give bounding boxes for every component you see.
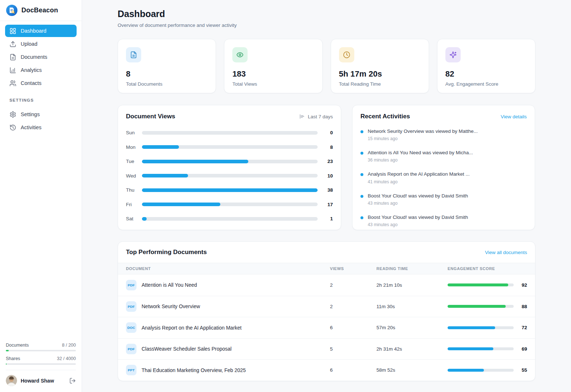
view-details-link[interactable]: View details xyxy=(501,114,527,119)
sidebar-footer: Documents 8 / 200 Shares 32 / 4000 xyxy=(0,338,82,392)
chart-day-label: Thu xyxy=(126,187,142,193)
engagement-cell: 92 xyxy=(448,282,527,288)
chart-row: Wed 10 xyxy=(126,169,333,183)
file-type-badge: PDF xyxy=(126,301,136,312)
file-type-badge: PDF xyxy=(126,280,136,290)
chart-value-label: 38 xyxy=(318,187,333,193)
score-value: 72 xyxy=(518,325,527,330)
app-root: DocBeacon Dashboard Upload Documents Ana… xyxy=(0,0,571,392)
table-row[interactable]: PDF Network Seurity Overview 2 11m 30s 8… xyxy=(118,296,535,317)
page-subtitle: Overview of document performance and vie… xyxy=(118,23,535,28)
table-row[interactable]: DOC Analysis Report on the AI Applicatio… xyxy=(118,317,535,338)
activity-time: 15 minutes ago xyxy=(368,136,478,141)
chart-bar-track xyxy=(142,145,318,149)
chart-bar-fill xyxy=(142,217,147,221)
views-cell: 2 xyxy=(330,282,376,288)
score-bar-fill xyxy=(448,347,493,350)
activity-item: Network Seurity Overview was viewed by M… xyxy=(360,128,527,141)
score-bar-track xyxy=(448,347,514,350)
activity-time: 43 minutes ago xyxy=(368,222,468,227)
score-value: 92 xyxy=(518,282,527,288)
activity-item: Analysis Report on the AI Application Ma… xyxy=(360,171,527,184)
nav-item[interactable]: Activities xyxy=(5,121,77,134)
top-documents-panel: Top Performing Documents View all docume… xyxy=(118,241,535,381)
usage-track xyxy=(6,350,76,351)
activity-text: Attention is All You Need was viewed by … xyxy=(368,150,473,156)
nav-item-label: Analytics xyxy=(21,67,42,73)
activity-dot-icon xyxy=(360,216,363,219)
chart-day-label: Sun xyxy=(126,130,142,135)
nav-item-label: Documents xyxy=(21,54,47,60)
stat-label: Total Reading Time xyxy=(339,81,421,87)
usage-label: Shares xyxy=(6,356,20,361)
score-value: 55 xyxy=(518,367,527,373)
contacts-icon xyxy=(9,80,16,87)
document-views-panel: Document Views Last 7 days Sun 0 Mon 8 T… xyxy=(118,105,341,230)
logout-icon[interactable] xyxy=(69,377,76,384)
chart-bar-fill xyxy=(142,188,318,192)
activity-time: 36 minutes ago xyxy=(368,158,473,163)
chart-value-label: 0 xyxy=(318,130,333,135)
chart-row: Sat 1 xyxy=(126,212,333,226)
settings-section-label: SETTINGS xyxy=(9,98,72,102)
activity-text: Boost Your Cloud! was viewed by David Sm… xyxy=(368,215,468,220)
table-row[interactable]: PDF ClassWeaver Scheduler Sales Proposal… xyxy=(118,338,535,360)
table-row[interactable]: PPT Thai Education Marketing Overview, F… xyxy=(118,359,535,381)
primary-nav: Dashboard Upload Documents Analytics Con… xyxy=(0,21,82,89)
nav-item[interactable]: Documents xyxy=(5,51,77,63)
chart-day-label: Mon xyxy=(126,144,142,150)
nav-item[interactable]: Settings xyxy=(5,108,77,121)
chart-bar-fill xyxy=(142,174,188,177)
range-label: Last 7 days xyxy=(308,114,333,119)
nav-item-label: Upload xyxy=(21,41,37,47)
chart-bar-fill xyxy=(142,160,248,163)
brand-header: DocBeacon xyxy=(0,0,82,21)
stat-label: Total Documents xyxy=(126,81,208,87)
stat-value: 82 xyxy=(445,69,527,79)
stat-label: Total Views xyxy=(232,81,314,87)
document-name: Network Seurity Overview xyxy=(142,303,200,309)
activity-text: Network Seurity Overview was viewed by M… xyxy=(368,128,478,134)
chart-row: Tue 23 xyxy=(126,154,333,169)
range-selector[interactable]: Last 7 days xyxy=(299,114,333,119)
col-document: DOCUMENT xyxy=(126,266,330,271)
view-all-documents-link[interactable]: View all documents xyxy=(485,250,527,255)
nav-item[interactable]: Dashboard xyxy=(5,25,77,37)
reading-time-cell: 11m 30s xyxy=(376,304,448,309)
dashboard-icon xyxy=(9,28,16,34)
usage-fill xyxy=(6,363,7,365)
engagement-cell: 69 xyxy=(448,346,527,352)
analytics-icon xyxy=(9,67,16,74)
file-type-badge: PDF xyxy=(126,344,136,354)
table-row[interactable]: PDF Attention is All You Need 2 2h 21m 1… xyxy=(118,274,535,296)
score-value: 69 xyxy=(518,346,527,352)
document-name: ClassWeaver Scheduler Sales Proposal xyxy=(142,346,232,352)
nav-item[interactable]: Upload xyxy=(5,38,77,50)
views-cell: 6 xyxy=(330,325,376,330)
chart-row: Mon 8 xyxy=(126,140,333,155)
stat-card: 8 Total Documents xyxy=(118,39,216,93)
usage-track xyxy=(6,363,76,365)
nav-item[interactable]: Contacts xyxy=(5,77,77,89)
settings-icon xyxy=(9,111,16,118)
chart-day-label: Tue xyxy=(126,159,142,164)
score-bar-track xyxy=(448,326,514,329)
score-bar-fill xyxy=(448,369,484,372)
chart-bar-track xyxy=(142,217,318,221)
stat-card: 82 Avg. Engagement Score xyxy=(437,39,535,93)
score-bar-track xyxy=(448,283,514,286)
nav-item[interactable]: Analytics xyxy=(5,64,77,76)
documents-icon xyxy=(9,54,16,61)
reading-time-cell: 2h 31m 42s xyxy=(376,346,448,352)
chart-day-label: Fri xyxy=(126,202,142,207)
stat-card: 5h 17m 20s Total Reading Time xyxy=(331,39,429,93)
stat-cards: 8 Total Documents 183 Total Views 5h 17m… xyxy=(118,39,535,93)
user-menu[interactable]: Howard Shaw xyxy=(6,370,76,386)
file-type-badge: DOC xyxy=(126,322,136,333)
stat-value: 183 xyxy=(232,69,314,79)
nav-item-label: Settings xyxy=(21,111,40,117)
score-bar-fill xyxy=(448,326,495,329)
reading-time-cell: 57m 20s xyxy=(376,325,448,330)
chart-bar-track xyxy=(142,131,318,135)
reading-time-cell: 58m 52s xyxy=(376,367,448,373)
